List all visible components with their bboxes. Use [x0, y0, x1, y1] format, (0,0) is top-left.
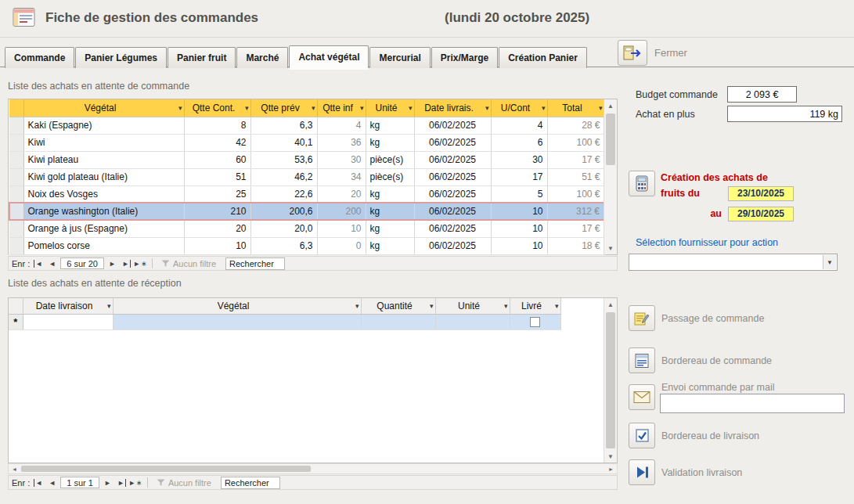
cell-unite[interactable]: kg [366, 134, 414, 151]
orders-row[interactable]: Orange à jus (Espagne) 20 20,0 10 kg 06/… [9, 220, 604, 237]
column-header[interactable]: Unité [435, 298, 510, 314]
tab[interactable]: Panier Légumes [75, 47, 167, 68]
record-selector[interactable] [9, 117, 23, 134]
cell-qtte-inf[interactable]: 36 [317, 134, 366, 151]
cell-ucont[interactable]: 5 [491, 185, 547, 203]
cell-vegetal[interactable] [113, 314, 361, 329]
filter-status[interactable]: Aucun filtre [158, 259, 219, 268]
cell-qtte-cont[interactable]: 25 [184, 185, 250, 203]
supplier-combobox[interactable] [629, 254, 838, 271]
cell-date-livraison[interactable]: 06/02/2025 [414, 117, 491, 134]
cell-ucont[interactable]: 17 [491, 168, 547, 185]
column-filter-icon[interactable] [360, 104, 364, 112]
column-filter-icon[interactable] [542, 104, 546, 112]
tab[interactable]: Mercurial [369, 47, 430, 68]
cell-ucont[interactable]: 4 [491, 117, 547, 134]
cell-unite[interactable]: kg [366, 185, 414, 203]
column-header[interactable]: Quantité [361, 298, 435, 314]
cell-qtte-prev[interactable]: 46,2 [250, 168, 317, 185]
date-from-box[interactable]: 23/10/2025 [728, 186, 794, 201]
cell-ucont[interactable]: 10 [491, 237, 547, 254]
cell-vegetal[interactable]: Pomelos corse [23, 237, 184, 254]
cell-qtte-prev[interactable]: 53,6 [250, 151, 317, 168]
tab[interactable]: Achat végétal [289, 45, 369, 68]
cell-qtte-cont[interactable]: 51 [184, 168, 250, 185]
scroll-left-icon[interactable] [9, 464, 20, 473]
record-selector[interactable] [9, 220, 23, 237]
cell-vegetal[interactable]: Kaki (Espagne) [23, 117, 184, 134]
cell-unite[interactable] [435, 314, 510, 329]
order-slip-button[interactable] [629, 347, 655, 373]
cell-qtte-inf[interactable]: 4 [317, 117, 366, 134]
orders-row[interactable]: Kiwi gold plateau (Italie) 51 46,2 34 pi… [9, 168, 604, 185]
mail-address-input[interactable] [660, 394, 845, 413]
next-record-button[interactable] [102, 477, 114, 488]
cell-qtte-cont[interactable]: 60 [184, 151, 250, 168]
cell-ucont[interactable]: 10 [491, 220, 547, 237]
next-record-button[interactable] [106, 258, 118, 268]
column-filter-icon[interactable] [409, 104, 413, 112]
cell-date-livraison[interactable]: 06/02/2025 [414, 134, 491, 151]
column-header[interactable]: Qtte inf [317, 99, 366, 117]
cell-qtte-inf[interactable]: 0 [317, 237, 366, 254]
column-header[interactable]: Végétal [113, 298, 361, 314]
cell-qtte-prev[interactable]: 20,0 [250, 220, 317, 237]
cell-unite[interactable]: pièce(s) [366, 168, 414, 185]
scroll-down-icon[interactable] [604, 242, 617, 254]
column-filter-icon[interactable] [430, 302, 434, 310]
scroll-up-icon[interactable] [604, 99, 617, 112]
cell-qtte-inf[interactable]: 200 [317, 203, 366, 220]
column-header[interactable]: Total [547, 99, 604, 117]
cell-vegetal[interactable]: Orange à jus (Espagne) [23, 220, 184, 237]
scrollbar-thumb[interactable] [21, 466, 311, 472]
cell-qtte-inf[interactable]: 10 [317, 220, 366, 237]
cell-qtte-cont[interactable]: 8 [184, 117, 250, 134]
cell-date-livraison[interactable]: 06/02/2025 [414, 237, 491, 254]
cell-unite[interactable]: pièce(s) [366, 151, 414, 168]
cell-qtte-cont[interactable]: 10 [184, 237, 250, 254]
record-selector[interactable] [9, 134, 23, 151]
record-selector[interactable] [9, 203, 23, 220]
close-button[interactable] [618, 40, 647, 66]
column-filter-icon[interactable] [504, 302, 508, 310]
orders-row[interactable]: Orange washington (Italie) 210 200,6 200… [9, 203, 604, 220]
scroll-up-icon[interactable] [604, 298, 617, 311]
cell-unite[interactable]: kg [366, 220, 414, 237]
new-record-button[interactable] [135, 258, 146, 268]
cell-date-livraison[interactable]: 06/02/2025 [414, 151, 491, 168]
cell-qtte-prev[interactable]: 22,6 [250, 185, 317, 203]
livre-checkbox[interactable] [530, 317, 540, 327]
cell-date-livraison[interactable]: 06/02/2025 [414, 185, 491, 203]
record-selector[interactable] [9, 151, 23, 168]
column-header[interactable]: Unité [366, 99, 414, 117]
column-filter-icon[interactable] [107, 302, 111, 310]
orders-row[interactable]: Kiwi plateau 60 53,6 30 pièce(s) 06/02/2… [9, 151, 604, 168]
cell-ucont[interactable]: 6 [491, 134, 547, 151]
cell-qtte-cont[interactable]: 20 [184, 220, 250, 237]
orders-row[interactable]: Noix des Vosges 25 22,6 20 kg 06/02/2025… [9, 185, 604, 203]
date-to-box[interactable]: 29/10/2025 [728, 207, 794, 221]
orders-row[interactable]: Pomelos corse 10 6,3 0 kg 06/02/2025 10 … [9, 237, 604, 254]
select-all-corner[interactable] [9, 298, 23, 314]
delivery-validation-button[interactable] [629, 459, 655, 485]
cell-vegetal[interactable]: Orange washington (Italie) [23, 203, 184, 220]
filter-status[interactable]: Aucun filtre [153, 478, 214, 488]
new-record-selector[interactable]: * [9, 314, 23, 329]
cell-total[interactable]: 17 € [547, 151, 604, 168]
horizontal-scrollbar[interactable] [8, 463, 618, 474]
column-filter-icon[interactable] [599, 104, 603, 112]
cell-unite[interactable]: kg [366, 117, 414, 134]
orders-row[interactable]: Kiwi 42 40,1 36 kg 06/02/2025 6 100 € [9, 134, 604, 151]
first-record-button[interactable] [32, 477, 44, 488]
cell-qtte-inf[interactable]: 30 [317, 151, 366, 168]
order-placement-button[interactable] [629, 305, 655, 331]
new-record-button[interactable] [130, 477, 142, 488]
column-filter-icon[interactable] [312, 104, 315, 112]
cell-total[interactable]: 28 € [547, 117, 604, 134]
vertical-scrollbar[interactable] [604, 99, 617, 254]
send-mail-button[interactable] [629, 384, 655, 410]
column-header[interactable]: Date livrais. [414, 99, 491, 117]
cell-total[interactable]: 100 € [547, 185, 604, 203]
cell-qtte-inf[interactable]: 20 [317, 185, 366, 203]
cell-qtte-cont[interactable]: 42 [184, 134, 250, 151]
